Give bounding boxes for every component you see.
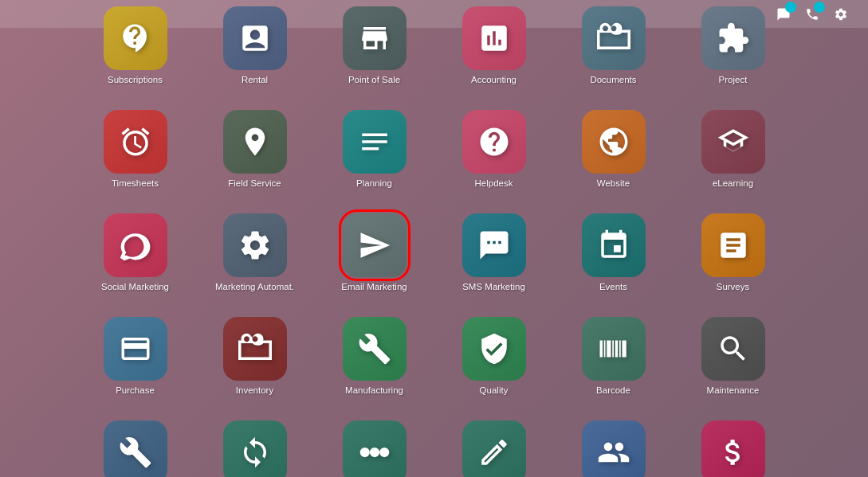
project-label: Project bbox=[719, 75, 748, 84]
rental-icon bbox=[223, 6, 287, 70]
elearning-icon bbox=[701, 110, 765, 174]
fieldservice-label: Field Service bbox=[228, 178, 281, 188]
marketingauto-label: Marketing Automat. bbox=[215, 282, 294, 291]
plm-icon bbox=[223, 420, 287, 477]
emailmarketing-label: Email Marketing bbox=[341, 282, 407, 291]
repairs-icon bbox=[104, 420, 167, 477]
app-grid: SubscriptionsRentalPoint of SaleAccounti… bbox=[0, 28, 868, 477]
app-socialmarketing[interactable]: Social Marketing bbox=[80, 205, 191, 300]
socialmarketing-label: Social Marketing bbox=[101, 282, 169, 291]
barcode-icon bbox=[582, 317, 646, 381]
phone-icon[interactable] bbox=[801, 3, 823, 25]
svg-point-0 bbox=[369, 448, 379, 457]
documents-label: Documents bbox=[590, 75, 636, 84]
pos-label: Point of Sale bbox=[348, 75, 400, 84]
emailmarketing-icon bbox=[343, 213, 407, 277]
app-marketingauto[interactable]: Marketing Automat. bbox=[199, 205, 311, 300]
app-accounting[interactable]: Accounting bbox=[438, 0, 550, 93]
maintenance-icon bbox=[701, 317, 765, 381]
fieldservice-icon bbox=[223, 110, 287, 174]
app-inventory[interactable]: Inventory bbox=[199, 308, 311, 404]
app-surveys[interactable]: Surveys bbox=[678, 205, 789, 300]
helpdesk-label: Helpdesk bbox=[475, 178, 513, 188]
smsmarketing-icon bbox=[462, 213, 526, 277]
svg-point-1 bbox=[359, 448, 369, 457]
app-pos[interactable]: Point of Sale bbox=[319, 0, 430, 93]
sign-icon bbox=[462, 420, 526, 477]
app-timesheets[interactable]: Timesheets bbox=[80, 101, 191, 197]
app-events[interactable]: Events bbox=[558, 205, 670, 300]
consolidation-icon bbox=[343, 420, 407, 477]
app-plm[interactable]: PLM bbox=[199, 412, 311, 477]
app-employees[interactable]: Employees bbox=[558, 412, 670, 477]
quality-label: Quality bbox=[480, 385, 509, 395]
app-project[interactable]: Project bbox=[678, 0, 789, 93]
subscriptions-label: Subscriptions bbox=[108, 75, 163, 84]
app-emailmarketing[interactable]: Email Marketing bbox=[319, 205, 430, 300]
app-purchase[interactable]: Purchase bbox=[80, 308, 191, 404]
quality-icon bbox=[462, 317, 526, 381]
timesheets-label: Timesheets bbox=[112, 178, 159, 188]
settings-icon[interactable] bbox=[830, 3, 852, 25]
purchase-label: Purchase bbox=[116, 385, 155, 395]
inventory-label: Inventory bbox=[236, 385, 273, 395]
website-label: Website bbox=[597, 178, 630, 188]
app-quality[interactable]: Quality bbox=[438, 308, 550, 404]
events-icon bbox=[582, 213, 646, 277]
app-barcode[interactable]: Barcode bbox=[558, 308, 670, 404]
smsmarketing-label: SMS Marketing bbox=[462, 282, 525, 291]
subscriptions-icon bbox=[104, 6, 167, 70]
app-payroll[interactable]: Payroll bbox=[678, 412, 789, 477]
app-maintenance[interactable]: Maintenance bbox=[678, 308, 789, 404]
pos-icon bbox=[343, 6, 407, 70]
inventory-icon bbox=[223, 317, 287, 381]
app-consolidation[interactable]: Consolidation bbox=[319, 412, 430, 477]
app-smsmarketing[interactable]: SMS Marketing bbox=[438, 205, 550, 300]
phone-badge bbox=[814, 2, 825, 13]
documents-icon bbox=[582, 6, 646, 70]
surveys-label: Surveys bbox=[717, 282, 750, 291]
helpdesk-icon bbox=[462, 110, 526, 174]
app-rental[interactable]: Rental bbox=[199, 0, 311, 93]
planning-label: Planning bbox=[356, 178, 392, 188]
app-sign[interactable]: Sign bbox=[438, 412, 550, 477]
elearning-label: eLearning bbox=[713, 178, 753, 188]
app-repairs[interactable]: Repairs bbox=[80, 412, 191, 477]
website-icon bbox=[582, 110, 646, 174]
project-icon bbox=[701, 6, 765, 70]
app-manufacturing[interactable]: Manufacturing bbox=[319, 308, 430, 404]
app-documents[interactable]: Documents bbox=[558, 0, 670, 93]
planning-icon bbox=[343, 110, 407, 174]
app-helpdesk[interactable]: Helpdesk bbox=[438, 101, 550, 197]
maintenance-label: Maintenance bbox=[707, 385, 760, 395]
accounting-label: Accounting bbox=[471, 75, 516, 84]
app-fieldservice[interactable]: Field Service bbox=[199, 101, 311, 197]
accounting-icon bbox=[462, 6, 526, 70]
app-website[interactable]: Website bbox=[558, 101, 670, 197]
marketingauto-icon bbox=[223, 213, 287, 277]
svg-point-2 bbox=[379, 448, 389, 457]
surveys-icon bbox=[701, 213, 765, 277]
app-subscriptions[interactable]: Subscriptions bbox=[80, 0, 191, 93]
barcode-label: Barcode bbox=[596, 385, 630, 395]
app-planning[interactable]: Planning bbox=[319, 101, 430, 197]
socialmarketing-icon bbox=[104, 213, 167, 277]
manufacturing-label: Manufacturing bbox=[345, 385, 403, 395]
payroll-icon bbox=[701, 420, 765, 477]
timesheets-icon bbox=[104, 110, 167, 174]
events-label: Events bbox=[599, 282, 627, 291]
rental-label: Rental bbox=[242, 75, 268, 84]
manufacturing-icon bbox=[343, 317, 407, 381]
app-elearning[interactable]: eLearning bbox=[678, 101, 789, 197]
employees-icon bbox=[582, 420, 646, 477]
purchase-icon bbox=[104, 317, 167, 381]
